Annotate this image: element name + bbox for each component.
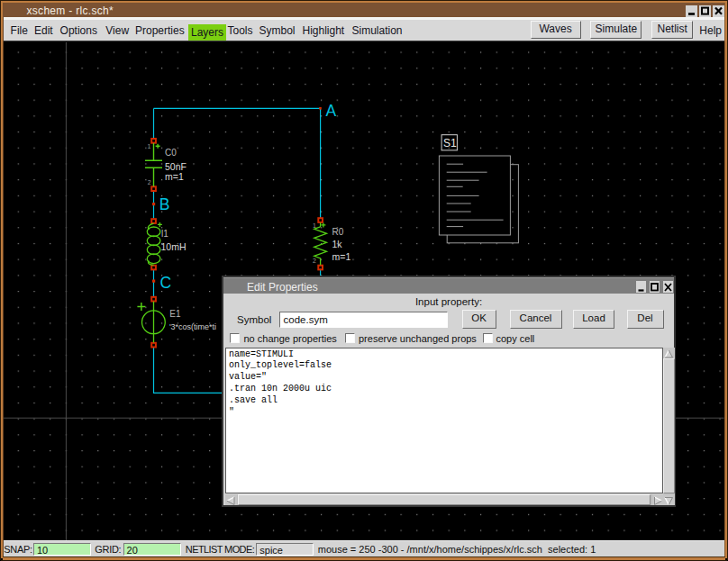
svg-text:10mH: 10mH [161,241,187,252]
svg-text:1k: 1k [332,239,343,249]
svg-text:A: A [326,102,337,120]
svg-text:E1: E1 [169,309,181,319]
svg-text:2: 2 [313,258,316,264]
svg-text:C0: C0 [165,148,177,158]
svg-text:l1: l1 [161,229,168,239]
svg-text:2: 2 [148,179,151,185]
svg-text:R0: R0 [332,227,344,237]
svg-text:1: 1 [313,222,316,229]
svg-text:m=1: m=1 [332,251,351,262]
svg-text:C: C [160,274,172,292]
svg-text:1: 1 [148,143,151,149]
svg-text:m=1: m=1 [165,171,184,182]
svg-text:'3*cos(time*ti: '3*cos(time*ti [169,322,216,331]
svg-text:B: B [159,195,170,213]
svg-text:S1: S1 [443,137,457,149]
